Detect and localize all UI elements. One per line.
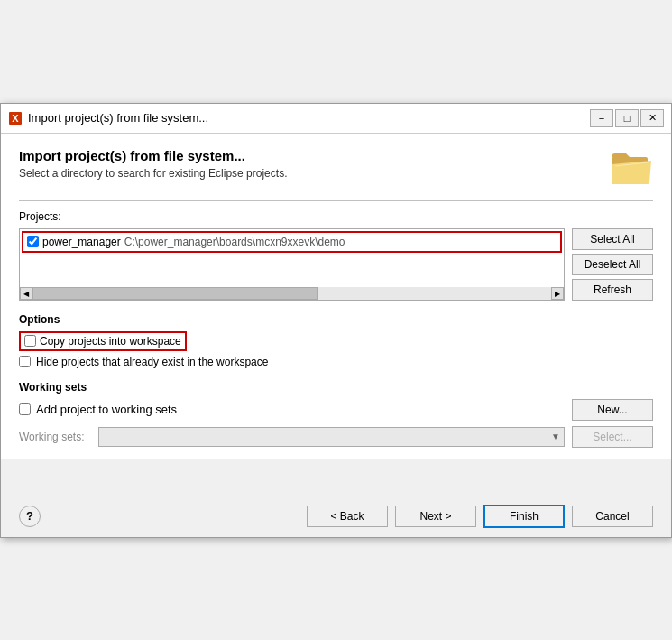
- select-working-set-button[interactable]: Select...: [572, 426, 653, 448]
- project-item-power_manager: power_manager C:\power_manager\boards\mc…: [22, 231, 562, 253]
- dialog-window: X Import project(s) from file system... …: [0, 103, 672, 538]
- scroll-left-button[interactable]: ◀: [20, 287, 32, 300]
- title-bar: X Import project(s) from file system... …: [1, 104, 671, 134]
- maximize-button[interactable]: □: [615, 109, 639, 127]
- dialog-subtitle: Select a directory to search for existin…: [19, 167, 287, 180]
- hide-projects-checkbox[interactable]: [19, 356, 31, 367]
- header-separator: [19, 200, 653, 201]
- footer-button-row: ? < Back Next > Finish Cancel: [19, 505, 653, 528]
- add-working-sets-left: Add project to working sets: [19, 403, 177, 416]
- footer-section: ? < Back Next > Finish Cancel: [1, 459, 671, 537]
- dialog-header: Import project(s) from file system... Se…: [19, 148, 653, 191]
- add-to-working-sets-checkbox[interactable]: [19, 403, 31, 415]
- folder-icon-area: [610, 148, 653, 191]
- scrollbar-track[interactable]: [32, 287, 551, 300]
- copy-projects-checkbox[interactable]: [24, 335, 36, 347]
- projects-label: Projects:: [19, 210, 653, 223]
- hide-projects-row: Hide projects that already exist in the …: [19, 356, 653, 368]
- dialog-body: Import project(s) from file system... Se…: [1, 134, 671, 459]
- back-button[interactable]: < Back: [307, 506, 388, 527]
- projects-action-buttons: Select All Deselect All Refresh: [572, 228, 653, 301]
- working-sets-add-row: Add project to working sets New...: [19, 399, 653, 421]
- window-controls: − □ ✕: [590, 109, 664, 127]
- refresh-button[interactable]: Refresh: [572, 279, 653, 301]
- close-button[interactable]: ✕: [640, 109, 664, 127]
- scrollbar-thumb[interactable]: [32, 287, 318, 300]
- project-name: power_manager: [42, 236, 121, 248]
- window-title: Import project(s) from file system...: [28, 111, 585, 125]
- dialog-title: Import project(s) from file system...: [19, 148, 287, 163]
- footer-spacer: [19, 468, 653, 505]
- deselect-all-button[interactable]: Deselect All: [572, 254, 653, 275]
- copy-projects-label: Copy projects into workspace: [40, 335, 181, 348]
- scroll-right-button[interactable]: ▶: [551, 287, 564, 300]
- header-text-block: Import project(s) from file system... Se…: [19, 148, 287, 180]
- minimize-button[interactable]: −: [590, 109, 613, 127]
- working-sets-dropdown[interactable]: ▼: [98, 427, 565, 447]
- copy-projects-row: Copy projects into workspace: [19, 331, 653, 351]
- horizontal-scrollbar[interactable]: ◀ ▶: [20, 287, 564, 300]
- copy-projects-highlighted: Copy projects into workspace: [19, 331, 187, 351]
- select-all-button[interactable]: Select All: [572, 228, 653, 250]
- projects-list: power_manager C:\power_manager\boards\mc…: [19, 228, 565, 301]
- next-button[interactable]: Next >: [395, 506, 476, 527]
- project-checkbox-power_manager[interactable]: [27, 236, 39, 247]
- finish-button[interactable]: Finish: [483, 505, 565, 528]
- dropdown-arrow-icon: ▼: [551, 431, 560, 441]
- projects-area: power_manager C:\power_manager\boards\mc…: [19, 228, 653, 301]
- working-sets-field-row: Working sets: ▼ Select...: [19, 426, 653, 448]
- options-section: Options Copy projects into workspace Hid…: [19, 313, 653, 368]
- hide-projects-label: Hide projects that already exist in the …: [36, 356, 268, 368]
- working-sets-label: Working sets: [19, 381, 653, 394]
- add-to-working-sets-label: Add project to working sets: [36, 403, 177, 416]
- options-label: Options: [19, 313, 653, 326]
- cancel-button[interactable]: Cancel: [572, 506, 653, 527]
- project-path: C:\power_manager\boards\mcxn9xxevk\demo: [124, 236, 345, 248]
- working-sets-section: Working sets Add project to working sets…: [19, 381, 653, 448]
- svg-text:X: X: [12, 113, 19, 124]
- help-button[interactable]: ?: [19, 506, 41, 527]
- working-sets-field-label: Working sets:: [19, 431, 91, 443]
- new-working-set-button[interactable]: New...: [572, 399, 653, 421]
- window-icon: X: [8, 111, 23, 125]
